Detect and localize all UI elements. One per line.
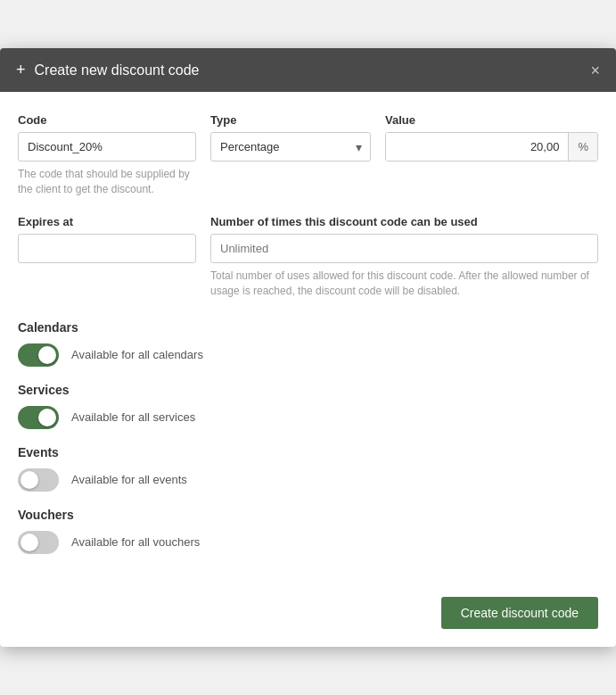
type-select-wrapper: Percentage Fixed amount ▾ xyxy=(210,132,371,161)
modal-header: + Create new discount code × xyxy=(0,48,616,92)
modal-footer: Create discount code xyxy=(0,588,616,647)
calendars-toggle[interactable] xyxy=(18,343,59,367)
services-toggle[interactable] xyxy=(18,406,59,429)
vouchers-label: Vouchers xyxy=(18,508,598,522)
calendars-label: Calendars xyxy=(18,320,598,335)
services-label: Services xyxy=(18,383,598,397)
services-track xyxy=(18,406,59,429)
uses-group: Number of times this discount code can b… xyxy=(210,215,598,299)
events-thumb xyxy=(21,471,38,489)
uses-hint: Total number of uses allowed for this di… xyxy=(210,269,598,299)
events-toggle-label: Available for all events xyxy=(71,473,187,486)
calendars-thumb xyxy=(38,346,56,364)
events-track xyxy=(18,468,59,492)
calendars-section: Calendars Available for all calendars xyxy=(18,320,598,367)
header-left: + Create new discount code xyxy=(16,61,200,79)
events-label: Events xyxy=(18,445,598,459)
code-label: Code xyxy=(18,113,196,127)
calendars-toggle-row: Available for all calendars xyxy=(18,343,598,367)
create-discount-button[interactable]: Create discount code xyxy=(441,597,598,629)
vouchers-toggle[interactable] xyxy=(18,531,59,554)
modal-create-discount: + Create new discount code × Code The co… xyxy=(0,48,616,646)
events-toggle[interactable] xyxy=(18,468,59,492)
services-toggle-row: Available for all services xyxy=(18,406,598,429)
vouchers-thumb xyxy=(21,534,38,551)
code-hint: The code that should be supplied by the … xyxy=(18,167,196,197)
services-section: Services Available for all services xyxy=(18,383,598,429)
plus-icon: + xyxy=(16,61,26,79)
vouchers-track xyxy=(18,531,59,554)
value-input-wrapper: % xyxy=(385,132,598,161)
calendars-track xyxy=(18,343,59,367)
vouchers-toggle-row: Available for all vouchers xyxy=(18,531,598,554)
code-group: Code The code that should be supplied by… xyxy=(18,113,196,197)
expires-input[interactable] xyxy=(18,234,196,263)
expires-label: Expires at xyxy=(18,215,196,228)
uses-label: Number of times this discount code can b… xyxy=(210,215,598,228)
value-group: Value % xyxy=(385,113,598,197)
expires-group: Expires at xyxy=(18,215,196,299)
close-button[interactable]: × xyxy=(590,62,600,79)
form-row-2: Expires at Number of times this discount… xyxy=(18,215,598,299)
calendars-toggle-label: Available for all calendars xyxy=(71,348,203,361)
value-unit: % xyxy=(568,133,597,161)
vouchers-toggle-label: Available for all vouchers xyxy=(71,535,200,549)
value-input[interactable] xyxy=(386,133,568,161)
type-label: Type xyxy=(210,113,371,127)
code-input[interactable] xyxy=(18,132,196,161)
services-thumb xyxy=(38,409,56,426)
events-section: Events Available for all events xyxy=(18,445,598,492)
uses-input[interactable] xyxy=(210,234,598,263)
type-group: Type Percentage Fixed amount ▾ xyxy=(210,113,371,197)
value-label: Value xyxy=(385,113,598,127)
form-row-1: Code The code that should be supplied by… xyxy=(18,113,598,197)
events-toggle-row: Available for all events xyxy=(18,468,598,492)
vouchers-section: Vouchers Available for all vouchers xyxy=(18,508,598,554)
modal-title: Create new discount code xyxy=(35,62,200,79)
modal-body: Code The code that should be supplied by… xyxy=(0,92,616,587)
services-toggle-label: Available for all services xyxy=(71,410,195,424)
type-select[interactable]: Percentage Fixed amount xyxy=(210,132,371,161)
